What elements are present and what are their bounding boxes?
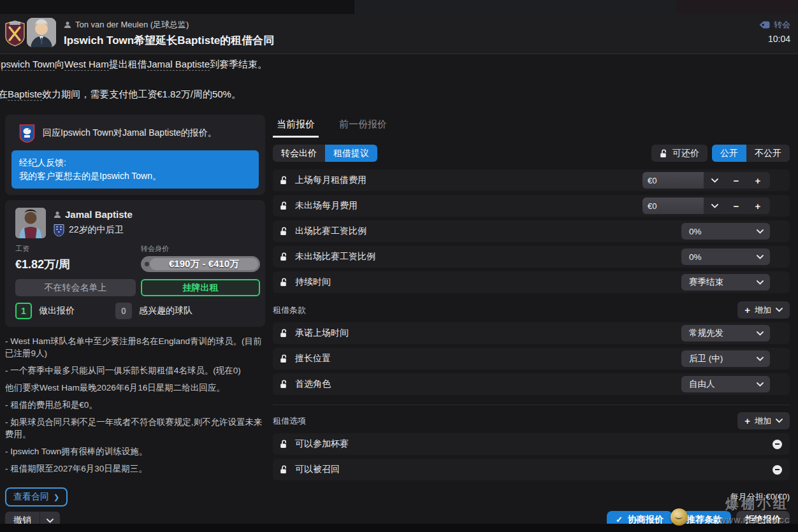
decrement-button[interactable]: − <box>725 201 747 212</box>
top-strip <box>0 0 798 14</box>
offers-label: 做出报价 <box>39 305 75 317</box>
unlock-icon[interactable] <box>280 278 287 287</box>
offer-type-segment: 转会出价 租借提议 <box>273 145 377 162</box>
sender-name: Ton van der Meulen (足球总监) <box>75 19 189 31</box>
percentage-dropdown[interactable]: 0% <box>681 223 770 240</box>
add-clause-button[interactable]: + 增加 <box>737 301 790 319</box>
unlock-icon[interactable] <box>280 329 287 338</box>
offer-tabs: 当前报价 前一份报价 <box>273 110 790 138</box>
loan-listed-button[interactable]: 挂牌出租 <box>141 279 260 296</box>
increment-button[interactable]: + <box>747 175 769 186</box>
club-link[interactable]: West Ham <box>64 59 109 71</box>
sender-row: Ton van der Meulen (足球总监) <box>64 19 274 31</box>
role-dropdown[interactable]: 自由人 <box>681 376 770 392</box>
unlock-icon[interactable] <box>280 227 287 236</box>
increment-button[interactable]: + <box>747 201 769 212</box>
tab-current-offer[interactable]: 当前报价 <box>273 119 319 138</box>
chevron-down-icon <box>47 519 54 523</box>
note-line: - 租借期限至2027年6月30日星期三。 <box>5 463 268 475</box>
money-stepper: €0 − + <box>642 198 770 214</box>
fee-input[interactable]: €0 <box>642 198 704 214</box>
position-dropdown[interactable]: 后卫 (中) <box>681 350 770 367</box>
inbox-category-label: 转会 <box>774 19 790 31</box>
offer-row: 上场每月租借费用 €0 − + <box>273 169 790 191</box>
tab-previous-offer[interactable]: 前一份报价 <box>335 119 391 138</box>
chevron-down-icon <box>757 255 764 259</box>
row-label: 可以被召回 <box>295 464 340 475</box>
chevron-down-icon <box>776 308 783 312</box>
note-line: - 如果球员合同只剩不足一年或者不符合联赛规定,则不允许设置未来费用。 <box>5 416 268 440</box>
chevron-down-icon <box>757 357 764 361</box>
remove-option-icon[interactable] <box>773 440 782 449</box>
message-line-2: 在Baptiste效力期间，需要支付他工资€1.82万/周的50%。 <box>0 89 676 101</box>
transfer-tag-icon <box>759 21 770 29</box>
unlock-icon[interactable] <box>280 440 287 449</box>
chevron-right-icon: ❯ <box>54 493 59 501</box>
row-label: 可以参加杯赛 <box>295 438 349 450</box>
interested-label: 感兴趣的球队 <box>139 305 192 317</box>
club-link[interactable]: Ipswich Town <box>0 59 55 71</box>
row-label: 承诺上场时间 <box>295 327 349 339</box>
offer-row: 出场比赛工资比例 0% <box>273 220 790 242</box>
unlock-icon[interactable] <box>280 465 287 474</box>
decrement-button[interactable]: − <box>725 175 747 186</box>
segment-public[interactable]: 公开 <box>712 145 746 162</box>
percentage-dropdown[interactable]: 0% <box>681 248 770 265</box>
offers-count-badge[interactable]: 1 <box>15 303 32 319</box>
playing-time-dropdown[interactable]: 常规先发 <box>681 325 770 341</box>
add-option-button[interactable]: + 增加 <box>737 412 790 429</box>
unlock-icon[interactable] <box>280 176 287 185</box>
section-title: 租借选项 <box>273 415 306 427</box>
unlock-icon[interactable] <box>280 354 287 363</box>
player-name-row[interactable]: Jamal Baptiste <box>54 209 133 220</box>
bottom-strip <box>0 524 798 532</box>
money-stepper: €0 − + <box>642 172 770 189</box>
response-row: 回应Ipswich Town对Jamal Baptiste的报价。 <box>11 124 259 150</box>
unlock-icon[interactable] <box>280 201 287 210</box>
inbox-header: Ton van der Meulen (足球总监) Ipswich Town希望… <box>0 14 798 54</box>
row-label: 出场比赛工资比例 <box>295 226 366 237</box>
duration-dropdown[interactable]: 赛季结束 <box>681 274 770 291</box>
unlock-icon[interactable] <box>280 380 287 389</box>
remove-option-icon[interactable] <box>773 465 782 475</box>
row-label: 上场每月租借费用 <box>295 175 366 186</box>
chevron-down-icon <box>757 382 764 387</box>
message-line-1: Ipswich Town向West Ham提出租借Jamal Baptiste到… <box>0 59 676 71</box>
note-line: - 一个赛季中最多只能从同一俱乐部长期租借4名球员。(现在0) <box>5 364 268 377</box>
offer-row: 未出场比赛工资比例 0% <box>273 246 790 268</box>
segment-private[interactable]: 不公开 <box>746 145 790 162</box>
fee-input[interactable]: €0 <box>642 172 704 189</box>
segment-transfer-bid[interactable]: 转会出价 <box>273 145 325 162</box>
loan-clauses-section-header: 租借条款 + 增加 <box>273 301 790 319</box>
player-link[interactable]: Baptiste <box>8 89 42 101</box>
view-contract-button[interactable]: 查看合同 ❯ <box>5 487 68 507</box>
monthly-share-text: 每月分担:€0(€0) <box>273 491 790 503</box>
negotiable-button[interactable]: 可还价 <box>651 145 707 162</box>
section-title: 租借条款 <box>273 305 306 316</box>
agent-feedback-text: 我的客户更想去的是Ipswich Town。 <box>19 169 251 183</box>
dropdown-toggle[interactable] <box>704 178 725 183</box>
west-ham-crest-icon <box>4 20 25 47</box>
transfer-status-button[interactable]: 不在转会名单上 <box>15 279 136 296</box>
transfer-value-pill: €190万 - €410万 <box>141 256 260 272</box>
note-line: 他们要求West Ham最晚2026年6月16日星期二给出回应。 <box>5 382 268 394</box>
unlock-icon[interactable] <box>280 252 287 261</box>
player-photo[interactable] <box>15 208 46 238</box>
interested-count-badge[interactable]: 0 <box>115 303 132 319</box>
segment-loan-offer[interactable]: 租借提议 <box>325 145 377 162</box>
agent-feedback-box: 经纪人反馈: 我的客户更想去的是Ipswich Town。 <box>11 150 259 189</box>
visibility-segment: 公开 不公开 <box>712 145 790 162</box>
pill-dot <box>145 262 149 266</box>
wage-label: 工资 <box>15 244 136 254</box>
loan-options-section-header: 租借选项 + 增加 <box>273 405 790 429</box>
note-line: - West Ham球队名单中至少要注册8名在England青训的球员。(目前已… <box>5 335 268 359</box>
player-link[interactable]: Jamal Baptiste <box>147 59 210 71</box>
dropdown-toggle[interactable] <box>704 204 725 208</box>
inbox-category[interactable]: 转会 <box>759 19 790 31</box>
chevron-down-icon <box>757 331 764 336</box>
row-label: 擅长位置 <box>295 353 331 364</box>
message-body: Ipswich Town向West Ham提出租借Jamal Baptiste到… <box>0 59 676 101</box>
top-strip-segment-right <box>677 0 798 14</box>
row-label: 首选角色 <box>295 378 331 390</box>
clause-row: 承诺上场时间 常规先发 <box>273 322 790 344</box>
